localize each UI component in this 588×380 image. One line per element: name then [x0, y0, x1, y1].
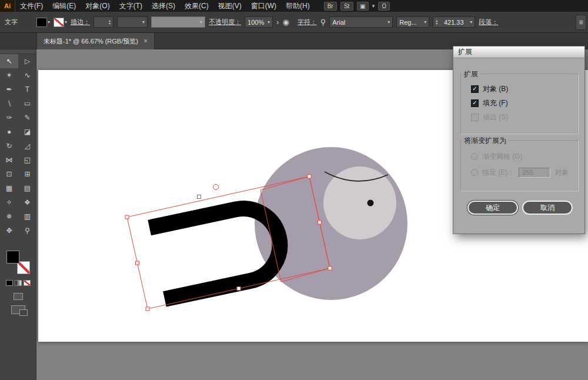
panel-grip[interactable] — [0, 49, 36, 54]
gradient-mesh-radio — [471, 153, 478, 160]
workspace-icon[interactable]: Ω — [378, 2, 390, 11]
menu-edit[interactable]: 编辑(E) — [48, 0, 81, 12]
object-checkbox[interactable]: ✓ — [471, 85, 479, 93]
stroke-weight-dropdown[interactable]: ▾ — [117, 16, 148, 28]
menubar: Ai 文件(F) 编辑(E) 对象(O) 文字(T) 选择(S) 效果(C) 视… — [0, 0, 588, 12]
arrange-documents-icon[interactable]: ▣ — [357, 2, 369, 11]
chevron-down-icon[interactable]: ▾ — [65, 19, 67, 25]
tool-type[interactable]: T — [18, 82, 36, 96]
fill-swatch[interactable] — [6, 251, 19, 264]
menu-select[interactable]: 选择(S) — [147, 0, 180, 12]
character-pupil[interactable] — [368, 200, 374, 206]
tool-rotate[interactable]: ↻ — [0, 139, 18, 153]
stroke-color-swatch[interactable] — [54, 18, 64, 27]
none-button[interactable] — [24, 280, 31, 286]
stroke-checkbox — [471, 114, 479, 121]
tool-eraser[interactable]: ◪ — [18, 125, 36, 139]
chevron-down-icon[interactable]: ▾ — [372, 3, 375, 9]
opacity-label[interactable]: 不透明度： — [209, 18, 241, 26]
paragraph-label[interactable]: 段落： — [479, 18, 498, 26]
app-logo: Ai — [0, 0, 15, 12]
menu-help[interactable]: 帮助(H) — [281, 0, 315, 12]
font-size-stepper[interactable]: ▴▾ 421.33 ▾ — [433, 16, 475, 28]
character-label[interactable]: 字符： — [298, 18, 317, 26]
fill-checkbox[interactable]: ✓ — [471, 99, 479, 107]
tool-line-segment[interactable]: ∖ — [0, 96, 18, 111]
gradient-mesh-radio-row: 渐变网格 (G) — [471, 152, 523, 161]
stepper-arrows-icon[interactable]: ▴▾ — [436, 19, 437, 25]
selection-handle[interactable] — [318, 221, 322, 224]
tool-symbol-sprayer[interactable]: ✵ — [0, 209, 18, 224]
color-button[interactable] — [6, 280, 13, 286]
menu-window[interactable]: 窗口(W) — [246, 0, 281, 12]
tool-direct-selection[interactable]: ▷ — [18, 54, 36, 68]
chevron-down-icon[interactable]: ▾ — [48, 19, 50, 25]
bridge-button[interactable]: Br — [324, 2, 337, 11]
tool-paintbrush[interactable]: ✑ — [0, 111, 18, 125]
tool-zoom[interactable]: ⚲ — [18, 224, 36, 238]
ok-button[interactable]: 确定 — [467, 201, 518, 215]
tool-blend[interactable]: ❖ — [18, 195, 36, 209]
selection-handle[interactable] — [328, 266, 332, 270]
tool-lasso[interactable]: ∿ — [18, 68, 36, 82]
stroke-label[interactable]: 描边： — [71, 18, 90, 26]
tool-gradient[interactable]: ▤ — [18, 181, 36, 195]
selection-handle[interactable] — [136, 261, 139, 265]
tool-rectangle[interactable]: ▭ — [18, 96, 36, 111]
opacity-dropdown[interactable]: 100% ▾ — [245, 16, 273, 28]
tool-column-graph[interactable]: ▥ — [18, 209, 36, 224]
menu-effect[interactable]: 效果(C) — [180, 0, 213, 12]
fill-checkbox-row: ✓ 填充 (F) — [471, 98, 508, 108]
stroke-weight-stepper[interactable]: ▴▾ — [93, 16, 113, 28]
tool-pencil[interactable]: ✎ — [18, 111, 36, 125]
gradient-section-label: 将渐变扩展为 — [462, 136, 509, 146]
gradient-mesh-radio-label: 渐变网格 (G) — [482, 152, 523, 162]
tool-shape-builder[interactable]: ⊡ — [0, 167, 18, 181]
recolor-artwork-icon[interactable]: ◉ — [282, 18, 289, 26]
drawing-mode-icon[interactable] — [14, 293, 23, 300]
panel-menu-icon[interactable]: ≡ — [576, 15, 586, 30]
tool-width[interactable]: ⋈ — [0, 153, 18, 167]
font-family-dropdown[interactable]: Arial ▾ — [329, 16, 393, 28]
tools-panel: ↖ ▷ ✶ ∿ ✒ T ∖ ▭ ✑ ✎ ● ◪ ↻ ◿ ⋈ ◱ ⊡ ⊞ ▦ ▤ … — [0, 49, 36, 380]
selection-handle[interactable] — [125, 215, 129, 219]
tool-scale[interactable]: ◿ — [18, 139, 36, 153]
tool-magic-wand[interactable]: ✶ — [0, 68, 18, 82]
tool-eyedropper[interactable]: ✧ — [0, 195, 18, 209]
close-icon[interactable]: × — [143, 37, 148, 45]
document-tab[interactable]: 未标题-1* @ 66.67% (RGB/预览) × — [36, 33, 155, 49]
specify-objects-field: 255 — [519, 168, 550, 178]
selection-handle[interactable] — [237, 287, 240, 291]
check-icon: ✓ — [472, 100, 477, 106]
tool-hand[interactable]: ✥ — [0, 224, 18, 238]
change-screen-mode-icon[interactable] — [11, 305, 25, 314]
tool-selection[interactable]: ↖ — [0, 54, 18, 68]
tool-pen[interactable]: ✒ — [0, 82, 18, 96]
font-style-value: Reg... — [399, 19, 416, 26]
tool-blob-brush[interactable]: ● — [0, 125, 18, 139]
stepper-arrows-icon[interactable]: ▴▾ — [109, 19, 111, 25]
character-eye-circle[interactable] — [323, 166, 396, 239]
context-label: 文字 — [5, 18, 18, 26]
menu-type[interactable]: 文字(T) — [115, 0, 147, 12]
stock-button[interactable]: St — [340, 2, 353, 11]
selection-handle[interactable] — [308, 175, 311, 178]
menu-file[interactable]: 文件(F) — [15, 0, 48, 12]
tool-free-transform[interactable]: ◱ — [18, 153, 36, 167]
tool-mesh[interactable]: ▦ — [0, 181, 18, 195]
width-profile-dropdown: ▾ — [151, 16, 205, 28]
menu-object[interactable]: 对象(O) — [81, 0, 114, 12]
font-search-icon[interactable]: ⚲ — [320, 18, 326, 26]
expand-section-label: 扩展 — [462, 69, 480, 79]
fill-color-swatch[interactable] — [36, 18, 47, 27]
chevron-right-icon[interactable]: › — [276, 18, 279, 26]
gradient-button[interactable] — [15, 280, 22, 286]
selection-handle[interactable] — [146, 307, 149, 311]
selection-handle[interactable] — [198, 195, 201, 199]
cancel-button[interactable]: 取消 — [522, 201, 573, 215]
dialog-titlebar[interactable]: 扩展 — [453, 46, 584, 58]
tool-perspective-grid[interactable]: ⊞ — [18, 167, 36, 181]
rotate-handle[interactable] — [213, 185, 219, 190]
font-style-dropdown[interactable]: Reg... ▾ — [396, 16, 429, 28]
menu-view[interactable]: 视图(V) — [213, 0, 246, 12]
